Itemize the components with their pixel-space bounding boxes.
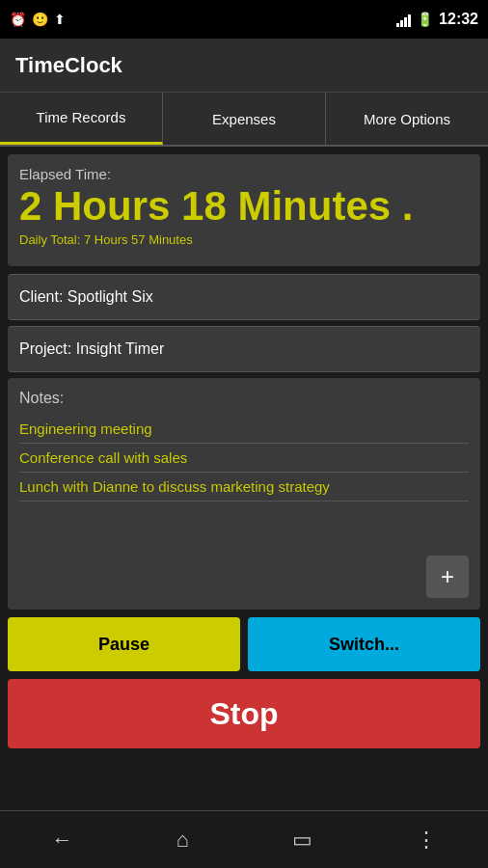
tab-bar: Time Records Expenses More Options bbox=[0, 93, 488, 147]
nav-more-icon[interactable]: ⋮ bbox=[416, 827, 437, 853]
elapsed-time-value: 2 Hours 18 Minutes . bbox=[19, 184, 469, 229]
app-title-bar: TimeClock bbox=[0, 39, 488, 93]
status-right-icons: 🔋 12:32 bbox=[396, 11, 478, 28]
app-title: TimeClock bbox=[15, 53, 122, 78]
nav-bar: ← ⌂ ▭ ⋮ bbox=[0, 810, 488, 868]
note-item-2[interactable]: Conference call with sales bbox=[19, 444, 469, 473]
note-item-3[interactable]: Lunch with Dianne to discuss marketing s… bbox=[19, 473, 469, 502]
note-item-1[interactable]: Engineering meeting bbox=[19, 415, 469, 444]
notes-section: Notes: Engineering meeting Conference ca… bbox=[8, 378, 480, 610]
nav-back-icon[interactable]: ← bbox=[51, 827, 72, 853]
battery-icon: 🔋 bbox=[417, 12, 433, 27]
alarm-icon: ⏰ bbox=[10, 12, 26, 27]
status-bar: ⏰ 🙂 ⬆ 🔋 12:32 bbox=[0, 0, 488, 39]
status-left-icons: ⏰ 🙂 ⬆ bbox=[10, 12, 66, 27]
notes-label: Notes: bbox=[19, 390, 469, 407]
project-label: Project: Insight Timer bbox=[19, 340, 164, 357]
tab-time-records[interactable]: Time Records bbox=[0, 93, 163, 145]
project-field[interactable]: Project: Insight Timer bbox=[8, 326, 480, 372]
tab-expenses[interactable]: Expenses bbox=[163, 93, 326, 145]
elapsed-label: Elapsed Time: bbox=[19, 166, 469, 182]
switch-button[interactable]: Switch... bbox=[248, 617, 480, 671]
nav-recent-icon[interactable]: ▭ bbox=[292, 827, 312, 853]
tab-more-options[interactable]: More Options bbox=[326, 93, 488, 145]
stop-button[interactable]: Stop bbox=[8, 679, 480, 748]
add-note-button[interactable]: + bbox=[426, 556, 469, 598]
client-field[interactable]: Client: Spotlight Six bbox=[8, 274, 480, 320]
smiley-icon: 🙂 bbox=[32, 12, 48, 27]
stop-button-container: Stop bbox=[8, 679, 480, 748]
status-time: 12:32 bbox=[439, 11, 478, 28]
client-label: Client: Spotlight Six bbox=[19, 288, 153, 305]
daily-total: Daily Total: 7 Hours 57 Minutes bbox=[19, 232, 469, 247]
elapsed-section: Elapsed Time: 2 Hours 18 Minutes . Daily… bbox=[8, 154, 480, 266]
action-row: Pause Switch... bbox=[8, 617, 480, 671]
upload-icon: ⬆ bbox=[54, 12, 66, 27]
pause-button[interactable]: Pause bbox=[8, 617, 240, 671]
nav-home-icon[interactable]: ⌂ bbox=[176, 827, 188, 853]
signal-bars-icon bbox=[396, 12, 411, 27]
